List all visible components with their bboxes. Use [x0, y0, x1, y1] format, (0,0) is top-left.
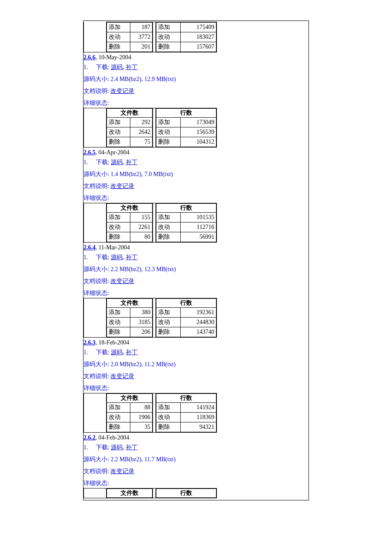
files-del-value: 35	[130, 422, 152, 432]
lines-del-value: 94321	[181, 422, 216, 432]
download-label: 下载:	[96, 159, 111, 165]
patch-link[interactable]: 补丁	[126, 159, 138, 165]
lines-del-label: 删除	[156, 42, 181, 52]
lines-add-label: 添加	[156, 213, 181, 223]
download-line: 1.下载: 源码, 补丁	[84, 159, 308, 166]
download-label: 下载:	[96, 254, 111, 260]
version-link[interactable]: 2.6.3	[84, 339, 95, 346]
download-label: 下载:	[96, 444, 111, 451]
source-link[interactable]: 源码	[111, 349, 123, 356]
lines-mod-value: 118369	[181, 413, 216, 422]
download-line: 1.下载: 源码, 补丁	[84, 254, 308, 261]
files-add-label: 添加	[107, 403, 130, 413]
stats-table: . 文件数 行数	[84, 488, 217, 498]
download-label: 下载:	[96, 64, 111, 70]
stats-side-col: .	[84, 298, 107, 338]
version-link[interactable]: 2.6.2	[84, 434, 95, 441]
files-header: 文件数	[107, 394, 153, 403]
stats-table: . 文件数 添加 380 改动 3185 删除 206	[84, 298, 217, 338]
doc-label: 文档说明:	[84, 373, 110, 379]
doc-line: 文档说明: 改变记录	[84, 278, 308, 285]
files-del-label: 删除	[107, 137, 130, 147]
detail-status-label: 详细状态:	[84, 194, 308, 202]
files-del-label: 删除	[107, 42, 130, 52]
lines-del-value: 56991	[181, 232, 216, 242]
files-del-value: 80	[130, 232, 152, 242]
doc-label: 文档说明:	[84, 88, 110, 94]
download-line: 1.下载: 源码, 补丁	[84, 64, 308, 71]
lines-del-label: 删除	[156, 422, 181, 432]
source-link[interactable]: 源码	[111, 64, 123, 70]
files-header: 文件数	[107, 489, 153, 498]
source-link[interactable]: 源码	[111, 444, 123, 451]
stats-side-col: .	[84, 22, 107, 52]
source-size: 源码大小: 2.0 MB(bz2), 11.2 MB(txt)	[84, 361, 308, 368]
patch-link[interactable]: 补丁	[126, 64, 138, 70]
version-link[interactable]: 2.6.5	[84, 149, 95, 156]
patch-link[interactable]: 补丁	[126, 254, 138, 260]
version-line: 2.6.6, 10-May-2004	[84, 54, 308, 61]
stats-side-col: .	[84, 108, 107, 147]
files-header: 文件数	[107, 204, 153, 213]
stats-table: . 文件数 添加 292 改动 2642 删除 75	[84, 108, 217, 147]
lines-del-value: 143740	[181, 327, 216, 337]
version-date: , 10-May-2004	[95, 54, 131, 61]
lines-del-label: 删除	[156, 232, 181, 242]
lines-header: 行数	[156, 204, 216, 213]
stats-spacer	[153, 298, 156, 338]
version-date: , 04-Feb-2004	[95, 434, 129, 441]
lines-add-label: 添加	[156, 23, 181, 32]
changelog-link[interactable]: 改变记录	[110, 183, 134, 189]
files-header: 文件数	[107, 299, 153, 308]
stats-spacer	[153, 393, 156, 433]
source-size: 源码大小: 1.4 MB(bz2), 7.0 MB(txt)	[84, 171, 308, 178]
lines-mod-value: 112716	[181, 223, 216, 232]
doc-line: 文档说明: 改变记录	[84, 373, 308, 380]
version-line: 2.6.4, 11-Mar-2004	[84, 244, 308, 251]
version-link[interactable]: 2.6.4	[84, 244, 95, 251]
doc-label: 文档说明:	[84, 183, 110, 189]
lines-header: 行数	[156, 299, 216, 308]
files-add-label: 添加	[107, 308, 130, 318]
changelog-link[interactable]: 改变记录	[110, 373, 134, 379]
stats-spacer	[153, 22, 156, 52]
files-mod-value: 1906	[130, 413, 152, 422]
files-add-value: 187	[130, 23, 152, 32]
patch-link[interactable]: 补丁	[126, 349, 138, 356]
patch-link[interactable]: 补丁	[126, 444, 138, 451]
stats-table: . 添加 187 改动 3772 删除 201	[84, 22, 217, 52]
doc-label: 文档说明:	[84, 468, 110, 474]
list-number: 1.	[84, 159, 88, 165]
stats-spacer	[153, 489, 156, 498]
files-del-label: 删除	[107, 232, 130, 242]
files-mod-value: 3185	[130, 318, 152, 327]
source-link[interactable]: 源码	[111, 254, 123, 260]
detail-status-label: 详细状态:	[84, 99, 308, 107]
changelog-link[interactable]: 改变记录	[110, 88, 134, 94]
lines-add-label: 添加	[156, 308, 181, 318]
version-date: , 18-Feb-2004	[95, 339, 129, 346]
files-mod-value: 3772	[130, 32, 152, 42]
doc-line: 文档说明: 改变记录	[84, 182, 308, 190]
lines-add-value: 192361	[181, 308, 216, 318]
lines-mod-label: 改动	[156, 127, 181, 137]
changelog-link[interactable]: 改变记录	[110, 468, 134, 474]
version-link[interactable]: 2.6.6	[84, 54, 95, 61]
source-link[interactable]: 源码	[111, 159, 123, 165]
stats-table: . 文件数 添加 88 改动 1906 删除 35	[84, 393, 217, 433]
files-add-value: 292	[130, 118, 152, 127]
files-add-value: 88	[130, 403, 152, 413]
lines-del-label: 删除	[156, 137, 181, 147]
lines-add-value: 173049	[181, 118, 216, 127]
lines-mod-value: 244830	[181, 318, 216, 327]
stats-side-col: .	[84, 489, 107, 498]
changelog-link[interactable]: 改变记录	[110, 278, 134, 284]
doc-line: 文档说明: 改变记录	[84, 468, 308, 475]
files-add-value: 380	[130, 308, 152, 318]
files-add-label: 添加	[107, 23, 130, 32]
files-add-label: 添加	[107, 213, 130, 223]
lines-header: 行数	[156, 489, 216, 498]
files-mod-label: 改动	[107, 32, 130, 42]
detail-status-label: 详细状态:	[84, 480, 308, 487]
stats-side-col: .	[84, 393, 107, 433]
